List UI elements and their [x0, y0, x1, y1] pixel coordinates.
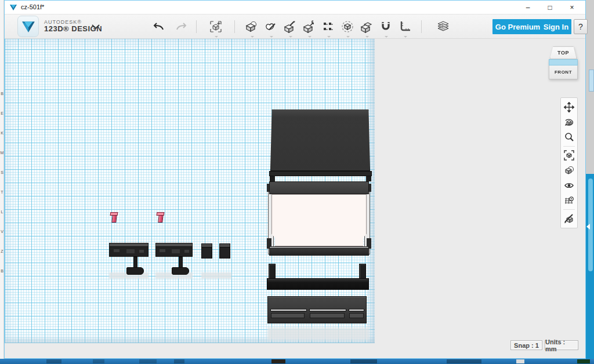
visibility-icon[interactable]	[562, 178, 577, 193]
main-toolbar: AUTODESK® 123D® DESIGN	[5, 14, 585, 39]
base-recess	[310, 313, 345, 318]
background-letter: L	[1, 210, 3, 214]
construct-button[interactable]	[282, 19, 298, 35]
background-letter: V	[1, 230, 3, 234]
snap-setting[interactable]: Snap : 1	[510, 340, 542, 350]
base-slot	[270, 309, 307, 311]
bar-detail	[126, 249, 135, 253]
view-cube-top-face[interactable]: TOP	[550, 46, 577, 59]
screen: B E K M S T L V Z B	[0, 0, 594, 364]
taskbar-item-fragment	[447, 359, 481, 363]
background-letter-list: B E K M S T L V Z B	[0, 92, 4, 273]
bar-detail	[172, 249, 180, 253]
toolbar-separator	[234, 20, 235, 33]
bar-detail	[114, 249, 119, 252]
measure-button[interactable]	[397, 19, 413, 35]
background-window-arrow	[586, 224, 590, 230]
layers-button[interactable]	[435, 19, 451, 35]
go-premium-button[interactable]: Go Premium	[492, 19, 543, 34]
pin-body	[111, 215, 117, 223]
pattern-button[interactable]	[320, 19, 336, 35]
taskbar-item-fragment	[93, 359, 104, 363]
app-logo-icon	[9, 3, 17, 12]
combine-button[interactable]	[358, 19, 375, 35]
maximize-button[interactable]: □	[539, 1, 561, 14]
back-panel-foot	[366, 176, 371, 181]
base-slot	[309, 309, 346, 311]
redo-button[interactable]	[173, 19, 189, 35]
taskbar-item-fragment	[516, 359, 524, 363]
base-recess	[271, 313, 305, 318]
model-canvas[interactable]: TOP FRONT	[5, 39, 585, 358]
shadow	[201, 272, 231, 279]
view-cube[interactable]: TOP FRONT	[548, 45, 578, 82]
undo-button[interactable]	[151, 19, 167, 35]
background-letter: B	[1, 92, 3, 96]
frame-bottom-band	[269, 246, 369, 256]
taskbar-item-fragment	[139, 359, 157, 363]
pan-icon[interactable]	[562, 100, 577, 115]
base-slot	[349, 309, 364, 311]
title-bar[interactable]: cz-501f* – □ ×	[5, 1, 585, 14]
pin-left[interactable]	[110, 212, 119, 224]
grouping-button[interactable]	[339, 19, 356, 35]
grid-toggle-icon[interactable]	[562, 193, 577, 208]
toolbar-separator	[196, 20, 197, 33]
hinge-frame[interactable]	[267, 264, 369, 290]
background-fragment	[589, 70, 594, 92]
background-blue-panel	[586, 174, 594, 359]
menu-chevron-icon[interactable]	[89, 22, 103, 31]
view-cube-front-face[interactable]: FRONT	[549, 65, 578, 79]
pin-right[interactable]	[157, 212, 165, 224]
slotted-base[interactable]	[267, 296, 367, 323]
hinge-bar-left[interactable]	[109, 243, 150, 278]
small-block-1[interactable]	[201, 243, 213, 259]
app-logo-large-icon[interactable]	[17, 16, 39, 37]
background-window-left: B E K M S T L V Z B	[0, 0, 4, 359]
hinge-cross-bar	[267, 278, 369, 290]
taskbar-strip[interactable]	[0, 359, 594, 364]
arm-foot	[126, 267, 144, 275]
hide-show-icon[interactable]	[562, 211, 577, 226]
small-block-2[interactable]	[219, 243, 231, 259]
snap-button[interactable]	[378, 19, 394, 35]
taskbar-item-fragment	[350, 359, 377, 363]
window-title: cz-501f*	[21, 3, 44, 10]
background-letter: B	[1, 269, 3, 273]
view-toolbar	[560, 97, 578, 228]
close-button[interactable]: ×	[561, 1, 583, 14]
back-panel-lip	[269, 171, 372, 176]
zoom-icon[interactable]	[562, 130, 577, 145]
window-controls: – □ ×	[517, 1, 583, 14]
hinge-bar-right[interactable]	[155, 243, 194, 278]
shadow	[267, 327, 370, 340]
shading-icon[interactable]	[562, 163, 577, 178]
screen-frame[interactable]	[268, 181, 370, 258]
pin-body	[158, 215, 163, 223]
taskbar-item-fragment	[271, 359, 285, 363]
insert-part-button[interactable]	[208, 19, 224, 35]
fit-view-icon[interactable]	[562, 148, 577, 163]
background-letter: S	[1, 170, 3, 174]
minimize-button[interactable]: –	[517, 1, 539, 14]
sign-in-button[interactable]: Sign In	[541, 19, 571, 34]
background-letter: M	[1, 151, 4, 155]
primitives-button[interactable]	[244, 19, 260, 35]
view-cube-highlight-edge[interactable]	[549, 59, 578, 65]
back-panel[interactable]	[269, 108, 372, 181]
sketch-button[interactable]	[263, 19, 279, 35]
taskbar-item-fragment	[577, 359, 590, 363]
background-window-right	[586, 0, 594, 359]
taskbar-item-fragment	[46, 359, 61, 363]
units-setting[interactable]: Units : mm	[545, 340, 578, 350]
orbit-icon[interactable]	[562, 115, 577, 130]
modify-button[interactable]	[301, 19, 317, 35]
bar-detail	[160, 249, 165, 252]
view-toolbar-separator	[563, 209, 575, 210]
help-button[interactable]: ?	[574, 19, 588, 34]
bar-detail	[184, 250, 189, 253]
background-letter: K	[1, 131, 3, 135]
app-window: cz-501f* – □ × AUTODESK® 123D®	[4, 0, 586, 359]
background-letter: Z	[1, 249, 3, 253]
arm-foot	[172, 267, 189, 275]
